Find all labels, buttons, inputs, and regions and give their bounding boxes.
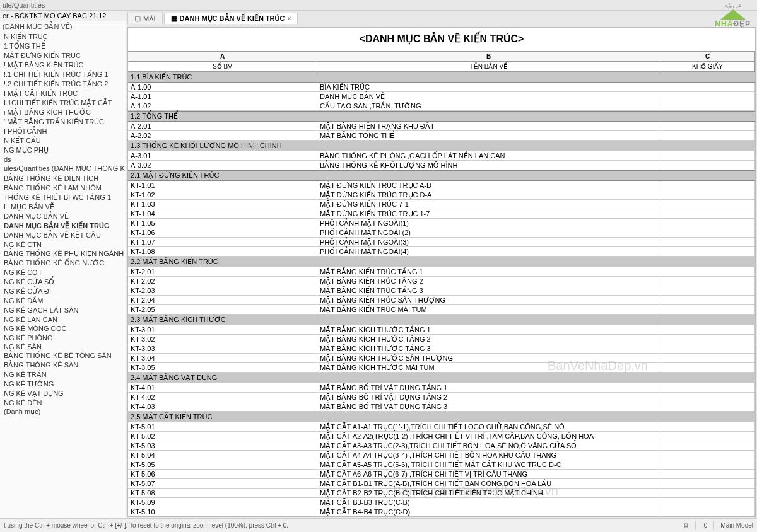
tree-item[interactable]: ' MẶT BẰNG TRẦN KIẾN TRÚC — [0, 117, 126, 127]
section-header[interactable]: 1.1 BÌA KIẾN TRÚC — [128, 72, 755, 83]
tree-item[interactable]: NG KÊ ĐÈN — [0, 398, 126, 407]
tree-item[interactable]: NG KÊ PHÒNG — [0, 333, 126, 342]
table-row[interactable]: KT-3.04MẶT BẰNG KÍCH THƯỚC SÂN THƯỢNG — [128, 354, 755, 363]
table-row[interactable]: KT-3.03MẶT BẰNG KÍCH THƯỚC TẦNG 3 — [128, 344, 755, 354]
table-row[interactable]: KT-5.08MẶT CẮT B2-B2 TRỤC(B-C),TRÍCH CHI… — [128, 489, 755, 498]
view-tab[interactable]: ▦DANH MỤC BẢN VẼ KIẾN TRÚC× — [164, 13, 298, 24]
tree-item[interactable]: DANH MỤC BẢN VẼ KIẾN TRÚC — [0, 221, 126, 231]
table-row[interactable]: KT-3.01MẶT BẰNG KÍCH THƯỚC TẦNG 1 — [128, 325, 755, 335]
table-row[interactable]: KT-5.09MẶT CẮT B3-B3 TRỤC(C-B) — [128, 498, 755, 507]
section-header[interactable]: 1.3 THỐNG KÊ KHỐI LƯỢNG MÔ HÌNH CHÍNH — [128, 141, 755, 151]
table-row[interactable]: KT-1.08PHỐI CẢNH MẶT NGOÀI(4) — [128, 247, 755, 257]
table-row[interactable]: KT-2.02MẶT BẰNG KIẾN TRÚC TẦNG 2 — [128, 277, 755, 286]
tree-item[interactable]: !.2 CHI TIẾT KIẾN TRÚC TẦNG 2 — [0, 79, 126, 89]
tree-item[interactable]: (Danh mục) — [0, 407, 126, 417]
tree-item[interactable]: THỐNG KÊ THIẾT BỊ WC TẦNG 1 — [0, 193, 126, 202]
table-row[interactable]: A-3.02BẢNG THỐNG KÊ KHỐI LƯỢNG MÔ HÌNH — [128, 161, 755, 170]
table-row[interactable]: A-3.01BẢNG THỐNG KÊ PHÒNG ,GẠCH ỐP LÁT N… — [128, 151, 755, 161]
table-row[interactable]: A-2.01MẶT BẰNG HIỆN TRẠNG KHU ĐẤT — [128, 122, 755, 131]
tree-item[interactable]: 1 TỔNG THỂ — [0, 42, 126, 51]
table-row[interactable]: KT-2.05MẶT BẰNG KIẾN TRÚC MÁI TUM — [128, 305, 755, 315]
table-row[interactable]: KT-5.02MẶT CẮT A2-A2(TRỤC(1-2) ,TRÍCH CH… — [128, 432, 755, 441]
table-row[interactable]: A-2.02MẶT BẰNG TỔNG THỂ — [128, 131, 755, 141]
column-headers: SỐ BV TÊN BẢN VẼ KHỔ GIẤY — [128, 62, 755, 72]
section-header[interactable]: 2.1 MẶT ĐỨNG KIẾN TRÚC — [128, 170, 755, 181]
table-row[interactable]: KT-3.02MẶT BẰNG KÍCH THƯỚC TẦNG 2 — [128, 335, 755, 344]
table-row[interactable]: KT-3.05MẶT BẰNG KÍCH THƯỚC MÁI TUM — [128, 363, 755, 373]
tree-item[interactable]: ds — [0, 155, 126, 164]
table-row[interactable]: KT-4.01MẶT BẰNG BỐ TRÍ VẬT DỤNG TẦNG 1 — [128, 383, 755, 393]
tree-item[interactable]: NG KÊ CỬA ĐI — [0, 287, 126, 296]
schedule-view[interactable]: <DANH MỤC BẢN VẼ KIẾN TRÚC> A B C SỐ BV … — [127, 27, 756, 517]
view-tab[interactable]: ▢MÁI — [127, 13, 163, 24]
table-row[interactable]: KT-4.03MẶT BẰNG BỐ TRÍ VẬT DỤNG TẦNG 3 — [128, 402, 755, 412]
tree-item[interactable]: N KIẾN TRÚC — [0, 32, 126, 42]
table-row[interactable]: KT-5.03MẶT CẮT A3-A3 TRỤC(2-3),TRÍCH CHI… — [128, 441, 755, 451]
tree-item[interactable]: NG KÊ DẦM — [0, 296, 126, 306]
table-row[interactable]: KT-5.04MẶT CẮT A4-A4 TRỤC(3-4) ,TRÍCH CH… — [128, 451, 755, 460]
tree-item[interactable]: NG KÊ MÓNG CỌC — [0, 324, 126, 333]
tree-item[interactable]: BẢNG THỐNG KÊ SÀN — [0, 361, 126, 370]
table-row[interactable]: KT-4.02MẶT BẰNG BỐ TRÍ VẬT DỤNG TẦNG 2 — [128, 393, 755, 402]
tree-item[interactable]: NG KÊ CỘT — [0, 268, 126, 277]
tree-item[interactable]: NG KÊ TRẦN — [0, 370, 126, 379]
section-header[interactable]: 2.2 MẶT BẰNG KIẾN TRÚC — [128, 257, 755, 267]
status-bar: t using the Ctrl + mouse wheel or Ctrl +… — [0, 518, 757, 532]
table-row[interactable]: KT-1.07PHỐI CẢNH MẶT NGOÀI(3) — [128, 238, 755, 247]
table-row[interactable]: KT-2.03MẶT BẰNG KIẾN TRÚC TẦNG 3 — [128, 286, 755, 296]
table-row[interactable]: KT-1.01MẶT ĐỨNG KIẾN TRÚC TRỤC A-D — [128, 181, 755, 190]
tree-item[interactable]: N KẾT CẤU — [0, 136, 126, 146]
tree-item[interactable]: BẢNG THỐNG KÊ DIỆN TÍCH — [0, 174, 126, 183]
table-row[interactable]: A-1.01DANH MỤC BẢN VẼ — [128, 92, 755, 101]
browser-subtitle: (DANH MỤC BẢN VẼ) — [0, 21, 126, 32]
tree-item[interactable]: I.1CHI TIẾT KIẾN TRÚC MẶT CẮT — [0, 98, 126, 108]
tree-item[interactable]: NG MỤC PHỤ — [0, 146, 126, 155]
tree-item[interactable]: H MỤC BẢN VẼ — [0, 202, 126, 212]
view-tabs[interactable]: ▢MÁI▦DANH MỤC BẢN VẼ KIẾN TRÚC× — [126, 11, 757, 26]
tree-item[interactable]: NG KÊ SÀN — [0, 342, 126, 351]
section-header[interactable]: 1.2 TỔNG THỂ — [128, 111, 755, 122]
section-header[interactable]: 2.3 MẶT BẰNG KÍCH THƯỚC — [128, 315, 755, 325]
table-row[interactable]: KT-1.06PHỐI CẢNH MẶT NGOÀI (2) — [128, 228, 755, 238]
schedule-title: <DANH MỤC BẢN VẼ KIẾN TRÚC> — [128, 28, 755, 51]
zoom-level[interactable]: :0 — [702, 522, 707, 529]
table-row[interactable]: KT-5.06MẶT CẮT A6-A6 TRỤC(6-7) ,TRÍCH CH… — [128, 470, 755, 479]
browser-tree[interactable]: N KIẾN TRÚC1 TỔNG THỂ MẶT ĐỨNG KIẾN TRÚC… — [0, 32, 126, 518]
tree-item[interactable]: ! MẶT BẰNG KIẾN TRÚC — [0, 61, 126, 70]
section-header[interactable]: 2.5 MẶT CẮT KIẾN TRÚC — [128, 412, 755, 422]
table-row[interactable]: KT-1.03MẶT ĐỨNG KIẾN TRÚC 7-1 — [128, 200, 755, 209]
table-row[interactable]: KT-2.04MẶT BẰNG KIẾN TRÚC SÂN THƯỢNG — [128, 296, 755, 305]
tree-item[interactable]: DANH MỤC BẢN VẼ — [0, 212, 126, 221]
table-row[interactable]: KT-5.10MẶT CẮT B4-B4 TRỤC(C-D) — [128, 507, 755, 517]
tree-item[interactable]: BẢNG THỐNG KÊ ỐNG NƯỚC — [0, 258, 126, 268]
table-row[interactable]: A-1.00BÌA KIẾN TRÚC — [128, 83, 755, 92]
tree-item[interactable]: MẶT ĐỨNG KIẾN TRÚC — [0, 51, 126, 61]
table-row[interactable]: KT-5.05MẶT CẮT A5-A5 TRỤC(5-6), TRÍCH CH… — [128, 460, 755, 470]
tree-item[interactable]: BẢNG THỐNG KÊ BÊ TÔNG SÀN — [0, 351, 126, 361]
tree-item[interactable]: NG KÊ GẠCH LÁT SÀN — [0, 306, 126, 315]
table-row[interactable]: KT-5.07MẶT CẮT B1-B1 TRỤC(A-B),TRÍCH CHI… — [128, 479, 755, 489]
table-row[interactable]: KT-1.05PHỐI CẢNH MẶT NGOÀI(1) — [128, 219, 755, 228]
tree-item[interactable]: NG KÊ VẬT DỤNG — [0, 389, 126, 398]
tree-item[interactable]: NG KÊ TƯỜNG — [0, 379, 126, 389]
table-row[interactable]: KT-2.01MẶT BẰNG KIẾN TRÚC TẦNG 1 — [128, 267, 755, 277]
tree-item[interactable]: NG KÊ CTN — [0, 240, 126, 249]
table-row[interactable]: KT-1.04MẶT ĐỨNG KIẾN TRÚC TRỤC 1-7 — [128, 209, 755, 219]
tree-item[interactable]: BẢNG THỐNG KÊ LAM NHÔM — [0, 183, 126, 193]
tree-item[interactable]: NG KÊ CỬA SỔ — [0, 277, 126, 287]
table-row[interactable]: KT-5.01MẶT CẮT A1-A1 TRỤC(1'-1),TRÍCH CH… — [128, 422, 755, 432]
table-row[interactable]: KT-1.02MẶT ĐỨNG KIẾN TRÚC TRỤC D-A — [128, 190, 755, 200]
tree-item[interactable]: ules/Quantities (DANH MUC THONG K — [0, 164, 126, 173]
tree-item[interactable]: !.1 CHI TIẾT KIẾN TRÚC TẦNG 1 — [0, 70, 126, 79]
tree-item[interactable]: I MẶT CẮT KIẾN TRÚC — [0, 89, 126, 98]
table-row[interactable]: A-1.02CẤU TẠO SÀN ,TRẦN, TƯỜNG — [128, 101, 755, 111]
tree-item[interactable]: BẢNG THỐNG KÊ PHỤ KIỆN NGÀNH — [0, 249, 126, 258]
tree-item[interactable]: i MẶT BẰNG KÍCH THƯỚC — [0, 108, 126, 117]
tree-item[interactable]: I PHỐI CẢNH — [0, 127, 126, 136]
section-header[interactable]: 2.4 MẶT BẰNG VẬT DỤNG — [128, 373, 755, 383]
tree-item[interactable]: DANH MỤC BẢN VẼ KẾT CẤU — [0, 231, 126, 240]
tree-item[interactable]: NG KÊ LAN CAN — [0, 315, 126, 324]
project-browser[interactable]: er - BCKTKT MO CAY BAC 21.12 (DANH MỤC B… — [0, 11, 126, 518]
model-selector[interactable]: Main Model — [720, 522, 753, 529]
close-icon[interactable]: × — [287, 15, 291, 22]
